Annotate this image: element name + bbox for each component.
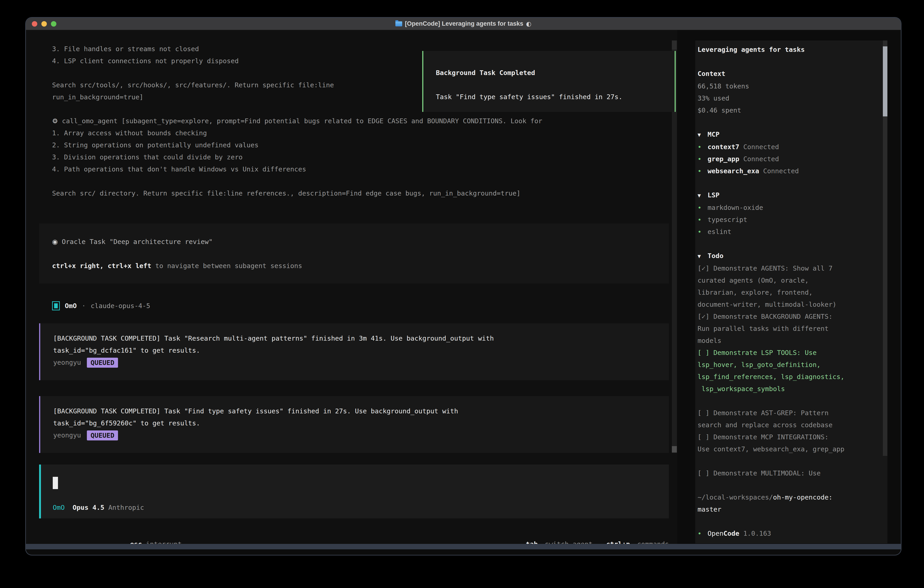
terminal-line <box>52 67 334 79</box>
sidebar-scrollbar-thumb[interactable] <box>883 46 888 116</box>
task-result-line1: [BACKGROUND TASK COMPLETED] Task "Find t… <box>53 405 656 417</box>
minimize-button[interactable] <box>41 21 47 26</box>
task-result-line2: task_id="bg_dcfac161" to get results. <box>53 345 656 357</box>
todo-line: models <box>698 335 879 347</box>
task-result-block: [BACKGROUND TASK COMPLETED] Task "Find t… <box>39 396 669 453</box>
terminal-line: run_in_background=true] <box>52 91 334 103</box>
agent-name: OmO <box>65 302 77 310</box>
context-heading: Context <box>698 68 879 80</box>
close-button[interactable] <box>32 21 37 26</box>
subagent-nav-hint: ctrl+x right, ctrl+x left to navigate be… <box>52 260 656 272</box>
fisheye-icon: ◉ <box>52 238 58 246</box>
todo-line: search and replace across codebase <box>698 419 879 431</box>
version-row: •OpenCode 1.0.163 <box>698 527 879 540</box>
terminal-line: 4. LSP client connections not properly d… <box>52 55 334 67</box>
todo-line: librarian, explore, frontend, <box>698 286 879 299</box>
status-dot-icon: • <box>698 153 708 165</box>
todo-line: [ ] Demonstrate LSP TOOLS: Use <box>698 347 879 359</box>
status-dot-icon: • <box>698 527 708 540</box>
todo-line: [ ] Demonstrate AST-GREP: Pattern <box>698 407 879 419</box>
prompt-input[interactable]: OmO Opus 4.5 Anthropic <box>39 464 669 519</box>
task-author: yeongyu <box>53 357 81 368</box>
task-result-line2: task_id="bg_6f59260c" to get results. <box>53 417 656 429</box>
todo-line: [✓] Demonstrate BACKGROUND AGENTS: <box>698 311 879 323</box>
model-row: OmO Opus 4.5 Anthropic <box>53 502 144 514</box>
agent-model: claude-opus-4-5 <box>91 302 150 310</box>
todo-heading[interactable]: ▼Todo <box>698 250 879 263</box>
app-folder-icon <box>395 21 402 26</box>
status-badge: QUEUED <box>87 358 118 368</box>
oracle-task-title: ◉ Oracle Task "Deep architecture review" <box>52 236 656 248</box>
status-bar: ▪▪▪▪▪▪▪▪▪esc interrupt tab switch agentc… <box>44 526 669 555</box>
lsp-item: •eslint <box>698 226 879 238</box>
tool-call-items: 1. Array access without bounds checking2… <box>52 127 542 175</box>
lsp-item: •markdown-oxide <box>698 202 879 214</box>
todo-item: [ ] Demonstrate LSP TOOLS: Uselsp_hover,… <box>698 347 879 395</box>
todo-line: lsp_hover, lsp_goto_definition, <box>698 359 879 371</box>
todo-line: Run parallel tasks with different <box>698 323 879 335</box>
status-dot-icon: • <box>698 226 708 238</box>
terminal-body: 3. File handles or streams not closed4. … <box>26 30 901 549</box>
sidebar-scrollbar[interactable] <box>883 40 888 456</box>
tool-call-header: ⚙ call_omo_agent [subagent_type=explore,… <box>52 115 542 127</box>
todo-item: [✓] Demonstrate BACKGROUND AGENTS:Run pa… <box>698 311 879 347</box>
todo-item: [ ] Demonstrate MULTIMODAL: Use <box>698 467 879 479</box>
todo-item: [ ] Demonstrate MCP INTEGRATIONS:Use con… <box>698 431 879 455</box>
todo-line: [ ] Demonstrate MCP INTEGRATIONS: <box>698 431 879 443</box>
status-dot-icon: • <box>698 214 708 226</box>
todo-list: [✓] Demonstrate AGENTS: Show all 7curate… <box>698 263 879 479</box>
window-title: [OpenCode] Leveraging agents for tasks ◐ <box>395 20 531 27</box>
hint-keys: ctrl+x right, ctrl+x left <box>52 262 152 270</box>
toast-title: Background Task Completed <box>436 67 662 79</box>
hint-text: to navigate between subagent sessions <box>152 262 302 270</box>
todo-item: [✓] Demonstrate AGENTS: Show all 7curate… <box>698 263 879 311</box>
todo-line: curated agents (OmO, oracle, <box>698 274 879 286</box>
chevron-down-icon: ▼ <box>698 129 708 141</box>
status-left: ▪▪▪▪▪▪▪▪▪esc interrupt <box>44 526 182 555</box>
todo-line: [✓] Demonstrate AGENTS: Show all 7 <box>698 263 879 274</box>
terminal-line: Search src/tools/, src/hooks/, src/featu… <box>52 79 334 91</box>
scrollback: 3. File handles or streams not closed4. … <box>52 43 334 103</box>
gear-icon: ⚙ <box>52 117 58 125</box>
session-title: Leveraging agents for tasks <box>698 44 879 56</box>
lsp-list: •markdown-oxide•typescript•eslint <box>698 202 879 238</box>
context-stat-line: $0.46 spent <box>698 104 879 116</box>
todo-item: [ ] Demonstrate AST-GREP: Patternsearch … <box>698 407 879 431</box>
todo-line: [ ] Demonstrate MULTIMODAL: Use <box>698 467 879 479</box>
todo-line: lsp_workspace_symbols <box>698 383 879 395</box>
status-dot-icon: • <box>698 165 708 177</box>
background-task-toast: Background Task Completed Task "Find typ… <box>422 51 676 112</box>
mcp-item: •websearch_exa Connected <box>698 165 879 177</box>
status-badge: QUEUED <box>87 430 118 441</box>
mcp-heading[interactable]: ▼MCP <box>698 129 879 141</box>
tool-call-footer: Search src/ directory. Return specific f… <box>52 187 542 200</box>
context-stat-line: 66,518 tokens <box>698 80 879 92</box>
tool-call-text: call_omo_agent [subagent_type=explore, p… <box>58 117 542 125</box>
chat-scrollbar-thumb[interactable] <box>672 446 677 453</box>
status-right: tab switch agentctrl+p commands <box>491 526 669 555</box>
terminal-line: 3. Division operations that could divide… <box>52 151 542 163</box>
status-dot-icon: • <box>698 141 708 153</box>
mcp-list: •context7 Connected•grep_app Connected•w… <box>698 141 879 177</box>
text-cursor <box>53 477 58 489</box>
task-result-line1: [BACKGROUND TASK COMPLETED] Task "Resear… <box>53 332 656 345</box>
agent-header: OmO · claude-opus-4-5 <box>52 300 150 312</box>
oracle-task-box: ◉ Oracle Task "Deep architecture review"… <box>39 223 669 284</box>
chat-scrollbar-thumb-top[interactable] <box>672 40 677 50</box>
lsp-item: •typescript <box>698 214 879 226</box>
context-stat-line: 33% used <box>698 92 879 104</box>
zoom-button[interactable] <box>51 21 56 26</box>
terminal-line: 1. Array access without bounds checking <box>52 127 542 139</box>
task-author: yeongyu <box>53 429 81 441</box>
status-dot-icon: • <box>698 202 708 214</box>
sidebar-content: Leveraging agents for tasks Context 66,5… <box>698 44 879 540</box>
terminal-line: 2. String operations on potentially unde… <box>52 139 542 151</box>
chevron-down-icon: ▼ <box>698 190 708 202</box>
lsp-heading[interactable]: ▼LSP <box>698 189 879 202</box>
separator-dot: · <box>82 302 86 310</box>
chevron-down-icon: ▼ <box>698 250 708 263</box>
toast-body: Task "Find type safety issues" finished … <box>436 91 662 103</box>
tool-call: ⚙ call_omo_agent [subagent_type=explore,… <box>52 115 542 200</box>
input-model-name: Opus 4.5 <box>73 504 104 511</box>
oracle-task-title-text: Oracle Task "Deep architecture review" <box>58 238 213 246</box>
